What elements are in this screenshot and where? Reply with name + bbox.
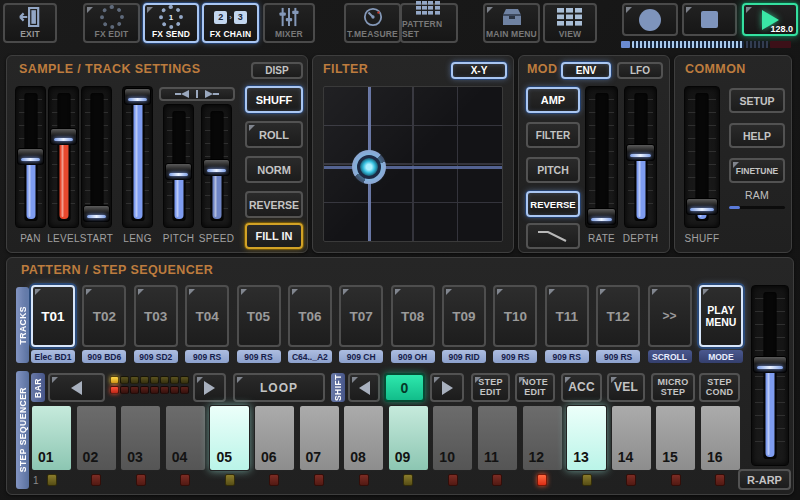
roll-button[interactable]: ROLL (245, 121, 303, 148)
t-measure-button[interactable]: T.MEASURE (344, 3, 401, 43)
sample-select-arrows[interactable] (159, 87, 235, 101)
bar-next-button[interactable] (193, 373, 226, 402)
track-button-t12[interactable]: T12 (596, 285, 640, 347)
track-button-t02[interactable]: T02 (82, 285, 126, 347)
stop-button[interactable] (682, 3, 737, 36)
fx-edit-button[interactable]: FX EDIT (83, 3, 140, 43)
bar-indicator-icon[interactable] (180, 376, 189, 384)
play-menu-button[interactable]: PLAYMENU (699, 285, 743, 347)
track-button-t03[interactable]: T03 (134, 285, 178, 347)
step-pad-14[interactable]: 14 (611, 405, 652, 471)
shift-prev-button[interactable] (348, 373, 380, 402)
play-button[interactable]: 128.0 (742, 3, 798, 36)
loop-button[interactable]: LOOP (233, 373, 325, 402)
note-edit-button[interactable]: NOTEEDIT (515, 373, 555, 402)
level-slider[interactable] (48, 86, 79, 228)
step-pad-08[interactable]: 08 (343, 405, 384, 471)
disp-button[interactable]: DISP (251, 62, 303, 79)
step-pad-13[interactable]: 13 (566, 405, 607, 471)
accent-button[interactable]: ACC (561, 373, 602, 402)
common-shuff-slider[interactable] (684, 86, 720, 228)
tab-env[interactable]: ENV (561, 62, 611, 79)
finetune-button[interactable]: FINETUNE (729, 158, 785, 183)
step-pad-05[interactable]: 05 (209, 405, 250, 471)
mod-reverse-button[interactable]: REVERSE (526, 191, 580, 217)
help-button[interactable]: HELP (729, 123, 785, 148)
bar-prev-button[interactable] (48, 373, 105, 402)
speed-slider[interactable] (201, 104, 232, 228)
mixer-button[interactable]: MIXER (263, 3, 315, 43)
track-button-t07[interactable]: T07 (339, 285, 383, 347)
step-pad-06[interactable]: 06 (254, 405, 295, 471)
norm-button[interactable]: NORM (245, 156, 303, 183)
fill-in-button[interactable]: FILL IN (245, 223, 303, 249)
bar-indicator-icon[interactable] (160, 376, 169, 384)
bar-indicator-icon[interactable] (140, 386, 149, 394)
step-pad-02[interactable]: 02 (76, 405, 117, 471)
mod-envelope-shape-button[interactable] (526, 223, 580, 249)
track-button-t04[interactable]: T04 (185, 285, 229, 347)
bar-indicator-icon[interactable] (110, 386, 119, 394)
track-button-t09[interactable]: T09 (442, 285, 486, 347)
track-button-t05[interactable]: T05 (237, 285, 281, 347)
track-button-t06[interactable]: T06 (288, 285, 332, 347)
xy-mode-button[interactable]: X-Y (451, 62, 507, 79)
velocity-button[interactable]: VEL (607, 373, 645, 402)
r-arp-button[interactable]: R-ARP (738, 469, 791, 490)
start-slider[interactable] (81, 86, 112, 228)
bar-indicator-icon[interactable] (140, 376, 149, 384)
main-menu-button[interactable]: MAIN MENU (483, 3, 540, 43)
bar-indicator-icon[interactable] (130, 376, 139, 384)
step-pad-01[interactable]: 01 (31, 405, 72, 471)
step-pad-04[interactable]: 04 (165, 405, 206, 471)
tracks-more-button[interactable]: >> (648, 285, 692, 347)
shift-next-button[interactable] (430, 373, 464, 402)
step-pad-07[interactable]: 07 (299, 405, 340, 471)
bar-indicator-icon[interactable] (150, 376, 159, 384)
micro-step-button[interactable]: MICROSTEP (651, 373, 695, 402)
mod-amp-button[interactable]: AMP (526, 87, 580, 113)
master-level-slider[interactable] (751, 285, 789, 466)
bar-indicator-icon[interactable] (160, 386, 169, 394)
step-pad-12[interactable]: 12 (522, 405, 563, 471)
step-edit-button[interactable]: STEPEDIT (471, 373, 510, 402)
view-button[interactable]: VIEW (543, 3, 597, 43)
step-pad-09[interactable]: 09 (388, 405, 429, 471)
bar-indicator-icon[interactable] (120, 386, 129, 394)
step-pad-16[interactable]: 16 (700, 405, 741, 471)
shuff-button[interactable]: SHUFF (245, 86, 303, 113)
bar-select-grid[interactable] (110, 376, 189, 394)
bar-indicator-icon[interactable] (120, 376, 129, 384)
step-cond-button[interactable]: STEPCOND (699, 373, 740, 402)
exit-button[interactable]: EXIT (3, 3, 57, 43)
bar-indicator-icon[interactable] (130, 386, 139, 394)
pan-slider[interactable] (15, 86, 46, 228)
mod-filter-button[interactable]: FILTER (526, 122, 580, 148)
bar-indicator-icon[interactable] (110, 376, 119, 384)
track-button-t08[interactable]: T08 (391, 285, 435, 347)
tab-lfo[interactable]: LFO (617, 62, 663, 79)
pattern-set-button[interactable]: PATTERN SET (400, 3, 458, 43)
bar-indicator-icon[interactable] (170, 386, 179, 394)
xy-crosshair-puck[interactable] (352, 150, 386, 184)
bar-indicator-icon[interactable] (150, 386, 159, 394)
step-pad-11[interactable]: 11 (477, 405, 518, 471)
filter-xy-pad[interactable] (323, 86, 503, 242)
track-button-t11[interactable]: T11 (545, 285, 589, 347)
bar-indicator-icon[interactable] (170, 376, 179, 384)
track-button-t10[interactable]: T10 (493, 285, 537, 347)
mod-rate-slider[interactable] (585, 86, 618, 228)
bar-indicator-icon[interactable] (180, 386, 189, 394)
step-pad-03[interactable]: 03 (120, 405, 161, 471)
track-button-t01[interactable]: T01 (31, 285, 75, 347)
step-pad-15[interactable]: 15 (655, 405, 696, 471)
reverse-button[interactable]: REVERSE (245, 191, 303, 218)
leng-slider[interactable] (122, 86, 153, 228)
step-pad-10[interactable]: 10 (432, 405, 473, 471)
fx-chain-button[interactable]: 2›3 FX CHAIN (202, 3, 259, 43)
mod-pitch-button[interactable]: PITCH (526, 157, 580, 183)
record-button[interactable] (622, 3, 678, 36)
pitch-slider[interactable] (163, 104, 194, 228)
setup-button[interactable]: SETUP (729, 88, 785, 113)
mod-depth-slider[interactable] (624, 86, 657, 228)
